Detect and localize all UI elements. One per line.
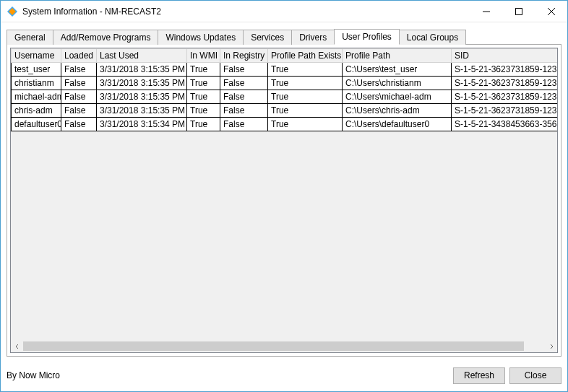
table-cell[interactable]: christianm (12, 77, 61, 90)
minimize-button[interactable] (470, 1, 502, 22)
titlebar[interactable]: System Information - NM-RECAST2 (1, 1, 567, 22)
close-button[interactable] (535, 1, 567, 22)
table-cell[interactable]: michael-adm (12, 90, 61, 104)
col-username[interactable]: Username (12, 49, 61, 63)
table-cell[interactable]: False (220, 63, 268, 77)
tab-drivers[interactable]: Drivers (291, 30, 335, 45)
scroll-track[interactable] (23, 340, 545, 352)
table-row[interactable]: christianmFalse3/31/2018 3:15:35 PMTrueF… (12, 77, 558, 90)
table-row[interactable]: test_userFalse3/31/2018 3:15:35 PMTrueFa… (12, 63, 558, 77)
table-cell[interactable]: True (187, 104, 220, 118)
window-title: System Information - NM-RECAST2 (22, 6, 161, 17)
table-cell[interactable]: defaultuser0 (12, 118, 61, 131)
credit-label: By Now Micro (7, 370, 60, 380)
table-cell[interactable]: test_user (12, 63, 61, 77)
table-cell[interactable]: C:\Users\test_user (343, 63, 452, 77)
tab-add-remove-programs[interactable]: Add/Remove Programs (53, 30, 159, 45)
tab-local-groups[interactable]: Local Groups (399, 30, 466, 45)
data-grid[interactable]: Username Loaded Last Used In WMI In Regi… (10, 48, 558, 353)
col-profile-path[interactable]: Profile Path (343, 49, 452, 63)
table-cell[interactable]: chris-adm (12, 104, 61, 118)
table-cell[interactable]: C:\Users\michael-adm (343, 90, 452, 104)
tab-services[interactable]: Services (243, 30, 292, 45)
col-in-registry[interactable]: In Registry (220, 49, 268, 63)
maximize-button[interactable] (502, 1, 535, 22)
table-cell[interactable]: True (187, 77, 220, 90)
tab-user-profiles[interactable]: User Profiles (334, 29, 400, 45)
table-cell[interactable]: C:\Users\christianm (343, 77, 452, 90)
grid-header: Username Loaded Last Used In WMI In Regi… (12, 49, 558, 63)
table-cell[interactable]: 3/31/2018 3:15:35 PM (97, 90, 187, 104)
table-cell[interactable]: S-1-5-21-3438453663-3562105 (452, 118, 558, 131)
scroll-right-icon[interactable] (545, 340, 557, 352)
table-cell[interactable]: True (187, 118, 220, 131)
table-cell[interactable]: S-1-5-21-3623731859-1233552 (452, 104, 558, 118)
table-cell[interactable]: S-1-5-21-3623731859-1233552 (452, 77, 558, 90)
table-cell[interactable]: True (268, 90, 343, 104)
tab-panel: Username Loaded Last Used In WMI In Regi… (7, 45, 561, 357)
horizontal-scrollbar[interactable] (11, 340, 557, 352)
table-cell[interactable]: True (268, 63, 343, 77)
tab-windows-updates[interactable]: Windows Updates (158, 30, 244, 45)
col-loaded[interactable]: Loaded (61, 49, 97, 63)
grid-body: Username Loaded Last Used In WMI In Regi… (11, 48, 557, 131)
grid-empty-area (11, 131, 557, 340)
table-cell[interactable]: True (268, 77, 343, 90)
table-cell[interactable]: False (61, 63, 97, 77)
app-icon (7, 6, 18, 17)
table-cell[interactable]: True (268, 118, 343, 131)
table-cell[interactable]: True (187, 90, 220, 104)
table-cell[interactable]: False (220, 77, 268, 90)
table-cell[interactable]: True (268, 104, 343, 118)
tab-strip: General Add/Remove Programs Windows Upda… (7, 28, 561, 45)
table-cell[interactable]: False (220, 104, 268, 118)
svg-rect-3 (515, 8, 522, 14)
scroll-thumb[interactable] (23, 341, 524, 351)
table-cell[interactable]: False (61, 90, 97, 104)
tab-general[interactable]: General (7, 30, 53, 45)
table-row[interactable]: chris-admFalse3/31/2018 3:15:35 PMTrueFa… (12, 104, 558, 118)
table-cell[interactable]: False (61, 118, 97, 131)
scroll-left-icon[interactable] (11, 340, 23, 352)
col-last-used[interactable]: Last Used (97, 49, 187, 63)
refresh-button[interactable]: Refresh (453, 367, 505, 384)
footer: By Now Micro Refresh Close (1, 362, 567, 391)
table-cell[interactable]: C:\Users\chris-adm (343, 104, 452, 118)
col-profile-path-exists[interactable]: Profile Path Exists (268, 49, 343, 63)
col-sid[interactable]: SID (452, 49, 558, 63)
table-row[interactable]: defaultuser0False3/31/2018 3:15:34 PMTru… (12, 118, 558, 131)
window: System Information - NM-RECAST2 General … (0, 0, 568, 392)
col-in-wmi[interactable]: In WMI (187, 49, 220, 63)
window-controls (470, 1, 567, 22)
table-cell[interactable]: 3/31/2018 3:15:35 PM (97, 63, 187, 77)
table-cell[interactable]: S-1-5-21-3623731859-1233552 (452, 90, 558, 104)
table-cell[interactable]: False (61, 77, 97, 90)
table-cell[interactable]: 3/31/2018 3:15:35 PM (97, 104, 187, 118)
table-cell[interactable]: True (187, 63, 220, 77)
table-row[interactable]: michael-admFalse3/31/2018 3:15:35 PMTrue… (12, 90, 558, 104)
content-area: General Add/Remove Programs Windows Upda… (1, 22, 567, 362)
table-cell[interactable]: C:\Users\defaultuser0 (343, 118, 452, 131)
table-cell[interactable]: 3/31/2018 3:15:34 PM (97, 118, 187, 131)
table-cell[interactable]: False (220, 118, 268, 131)
table-cell[interactable]: S-1-5-21-3623731859-1233552 (452, 63, 558, 77)
table-cell[interactable]: False (61, 104, 97, 118)
close-dialog-button[interactable]: Close (509, 367, 561, 384)
table-cell[interactable]: False (220, 90, 268, 104)
table-cell[interactable]: 3/31/2018 3:15:35 PM (97, 77, 187, 90)
